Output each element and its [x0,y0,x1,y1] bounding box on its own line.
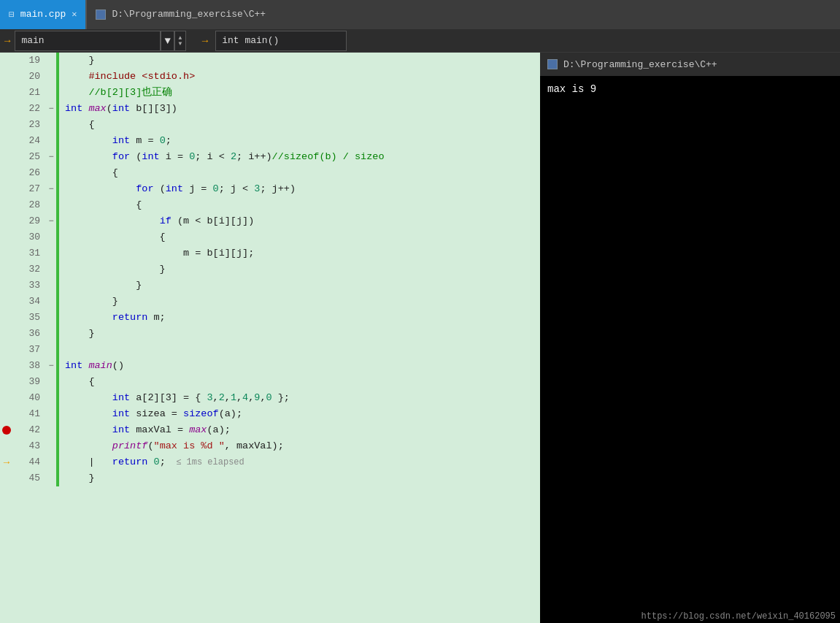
code-line-21[interactable]: 21 //b[2][3]也正确 [0,85,540,101]
path-bar: D:\Programming_exercise\C++ [85,0,840,29]
code-area[interactable]: 19 }20 #include <stdio.h>21 //b[2][3]也正确… [0,53,540,623]
tab-close-icon[interactable]: ✕ [72,9,77,20]
code-line-39[interactable]: 39 { [0,374,540,390]
code-line-23[interactable]: 23 { [0,117,540,133]
breakpoint-icon [2,426,11,435]
line-indicator-42 [0,422,13,438]
line-number-28: 28 [13,197,46,213]
code-line-22[interactable]: 22−int max(int b[][3]) [0,101,540,117]
line-number-27: 27 [13,181,46,197]
code-line-29[interactable]: 29− if (m < b[i][j]) [0,213,540,229]
function-bar: → main ▼ ▲ ▼ → int main() [0,29,840,53]
fold-indicator-27[interactable]: − [46,181,56,197]
main-layout: 19 }20 #include <stdio.h>21 //b[2][3]也正确… [0,53,840,623]
line-indicator-22 [0,101,13,117]
fold-indicator-22[interactable]: − [46,101,56,117]
code-content-45: } [59,470,540,486]
line-number-21: 21 [13,85,46,101]
line-number-34: 34 [13,294,46,310]
code-content-27: for (int j = 0; j < 3; j++) [59,181,540,197]
code-content-26: { [59,165,540,181]
code-line-37[interactable]: 37 [0,342,540,358]
code-line-30[interactable]: 30 { [0,229,540,245]
scope-dropdown[interactable]: ▼ [161,31,174,51]
code-line-44[interactable]: →44 | return 0; ≤ 1ms elapsed [0,454,540,470]
code-line-26[interactable]: 26 { [0,165,540,181]
line-indicator-43 [0,438,13,454]
fold-indicator-35 [46,310,56,326]
code-line-38[interactable]: 38−int main() [0,358,540,374]
scope-nav-arrows[interactable]: ▲ ▼ [174,31,186,51]
url-hint: https://blog.csdn.net/weixin_40162095 [637,610,840,623]
code-line-40[interactable]: 40 int a[2][3] = { 3,2,1,4,9,0 }; [0,390,540,406]
line-indicator-29 [0,213,13,229]
code-content-23: { [59,117,540,133]
code-line-33[interactable]: 33 } [0,278,540,294]
fold-indicator-38[interactable]: − [46,358,56,374]
fold-indicator-37 [46,342,56,358]
fold-indicator-26 [46,165,56,181]
code-line-27[interactable]: 27− for (int j = 0; j < 3; j++) [0,181,540,197]
code-line-32[interactable]: 32 } [0,261,540,278]
code-line-42[interactable]: 42 int maxVal = max(a); [0,422,540,438]
code-line-28[interactable]: 28 { [0,197,540,213]
line-number-37: 37 [13,342,46,358]
fold-indicator-44 [46,454,56,470]
code-content-36: } [59,326,540,342]
fold-indicator-42 [46,422,56,438]
code-content-43: printf("max is %d ", maxVal); [59,438,540,454]
line-indicator-27 [0,181,13,197]
code-line-43[interactable]: 43 printf("max is %d ", maxVal); [0,438,540,454]
code-line-41[interactable]: 41 int sizea = sizeof(a); [0,406,540,422]
line-indicator-35 [0,310,13,326]
code-line-36[interactable]: 36 } [0,326,540,342]
code-content-31: m = b[i][j]; [59,245,540,261]
line-number-43: 43 [13,438,46,454]
line-number-36: 36 [13,326,46,342]
line-indicator-31 [0,245,13,261]
path-text: D:\Programming_exercise\C++ [112,9,266,20]
code-line-20[interactable]: 20 #include <stdio.h> [0,69,540,85]
code-line-19[interactable]: 19 } [0,53,540,69]
code-line-45[interactable]: 45 } [0,470,540,486]
terminal-icon [96,9,106,20]
line-number-32: 32 [13,261,46,278]
function-arrow-icon: → [198,35,212,47]
code-content-24: int m = 0; [59,133,540,149]
code-line-24[interactable]: 24 int m = 0; [0,133,540,149]
fold-indicator-39 [46,374,56,390]
fold-indicator-29[interactable]: − [46,213,56,229]
fold-indicator-23 [46,117,56,133]
line-indicator-40 [0,390,13,406]
code-line-25[interactable]: 25− for (int i = 0; i < 2; i++)//sizeof(… [0,149,540,165]
fold-indicator-25[interactable]: − [46,149,56,165]
code-content-22: int max(int b[][3]) [59,101,540,117]
fold-indicator-30 [46,229,56,245]
line-number-35: 35 [13,310,46,326]
scope-selector[interactable]: main [15,31,161,51]
tab-pin-icon: ⊟ [9,9,15,20]
code-line-34[interactable]: 34 } [0,294,540,310]
fold-indicator-43 [46,438,56,454]
line-indicator-30 [0,229,13,245]
code-content-21: //b[2][3]也正确 [59,85,540,101]
line-indicator-26 [0,165,13,181]
code-content-33: } [59,278,540,294]
line-indicator-34 [0,294,13,310]
editor-panel: 19 }20 #include <stdio.h>21 //b[2][3]也正确… [0,53,540,623]
line-number-39: 39 [13,374,46,390]
function-name-box[interactable]: int main() [215,31,347,51]
line-number-24: 24 [13,133,46,149]
line-indicator-41 [0,406,13,422]
fold-indicator-24 [46,133,56,149]
line-indicator-25 [0,149,13,165]
line-indicator-45 [0,470,13,486]
app-container: ⊟ main.cpp ✕ D:\Programming_exercise\C++… [0,0,840,623]
file-tab[interactable]: ⊟ main.cpp ✕ [0,0,85,29]
fold-indicator-21 [46,85,56,101]
line-number-45: 45 [13,470,46,486]
line-indicator-32 [0,261,13,278]
code-line-35[interactable]: 35 return m; [0,310,540,326]
line-number-20: 20 [13,69,46,85]
code-line-31[interactable]: 31 m = b[i][j]; [0,245,540,261]
